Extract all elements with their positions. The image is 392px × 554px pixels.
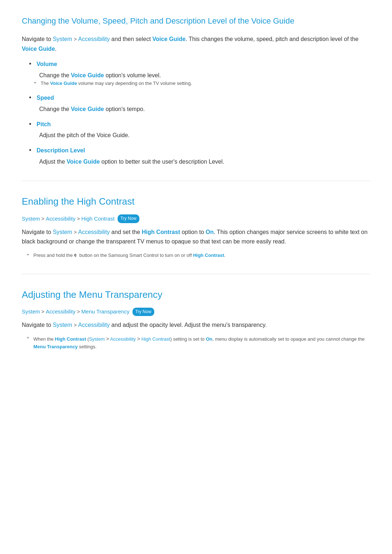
bullet-description-level: Description Level Adjust the Voice Guide… <box>29 145 370 166</box>
high-contrast-link-2[interactable]: High Contrast <box>142 229 180 235</box>
accessibility-link-6[interactable]: Accessibility <box>110 336 136 342</box>
voice-guide-link-3[interactable]: Voice Guide <box>71 72 104 78</box>
high-contrast-link-3[interactable]: High Contrast <box>193 253 224 258</box>
high-contrast-title: Enabling the High Contrast <box>22 194 370 209</box>
voice-guide-title: Changing the Volume, Speed, Pitch and De… <box>22 15 370 29</box>
voice-guide-link-4[interactable]: Voice Guide <box>50 81 77 86</box>
system-link-5[interactable]: System <box>53 322 72 328</box>
accessibility-link-4[interactable]: Accessibility <box>46 307 75 316</box>
sep-2: > <box>41 215 44 223</box>
sep-5: > <box>77 308 80 316</box>
system-link-1[interactable]: System <box>53 36 72 42</box>
description-level-label: Description Level <box>37 147 85 153</box>
system-link-3[interactable]: System <box>53 229 72 235</box>
on-text-1: On <box>206 229 214 235</box>
high-contrast-section: Enabling the High Contrast System > Acce… <box>22 181 370 259</box>
sep-4: > <box>41 308 44 316</box>
system-link-6[interactable]: System <box>89 336 105 342</box>
voice-guide-intro: Navigate to System > Accessibility and t… <box>22 34 370 54</box>
accessibility-link-2[interactable]: Accessibility <box>46 214 75 223</box>
volume-desc: Change the Voice Guide option's volume l… <box>39 71 370 80</box>
menu-transparency-title: Adjusting the Menu Transparency <box>22 287 370 303</box>
accessibility-link-1[interactable]: Accessibility <box>78 36 110 42</box>
voice-guide-link-1[interactable]: Voice Guide <box>152 36 185 42</box>
menu-transparency-body: Navigate to System > Accessibility and a… <box>22 320 370 330</box>
voice-guide-link-2[interactable]: Voice Guide <box>22 46 55 52</box>
voice-guide-link-6[interactable]: Voice Guide <box>67 159 100 165</box>
high-contrast-body: Navigate to System > Accessibility and s… <box>22 227 370 247</box>
accessibility-link-5[interactable]: Accessibility <box>78 322 110 328</box>
sep-3: > <box>77 215 80 223</box>
pitch-desc: Adjust the pitch of the Voice Guide. <box>39 131 370 140</box>
high-contrast-note: Press and hold the ¢ button on the Samsu… <box>33 252 370 259</box>
voice-guide-link-5[interactable]: Voice Guide <box>71 106 104 112</box>
bullet-pitch: Pitch Adjust the pitch of the Voice Guid… <box>29 119 370 140</box>
high-contrast-link-5[interactable]: High Contrast <box>141 336 170 342</box>
sep-1: > <box>74 36 78 42</box>
speed-desc: Change the Voice Guide option's tempo. <box>39 104 370 114</box>
volume-label: Volume <box>37 61 57 67</box>
menu-transparency-breadcrumb: System > Accessibility > Menu Transparen… <box>22 307 370 316</box>
voice-guide-bullets: Volume Change the Voice Guide option's v… <box>29 59 370 166</box>
high-contrast-link-1[interactable]: High Contrast <box>81 214 115 223</box>
try-now-badge-2[interactable]: Try Now <box>132 308 154 316</box>
menu-transparency-link-2[interactable]: Menu Transparency <box>33 344 78 349</box>
bullet-speed: Speed Change the Voice Guide option's te… <box>29 93 370 114</box>
menu-transparency-note: When the High Contrast (System > Accessi… <box>33 335 370 351</box>
on-text-2: On <box>206 336 212 342</box>
voice-guide-section: Changing the Volume, Speed, Pitch and De… <box>22 15 370 166</box>
menu-transparency-section: Adjusting the Menu Transparency System >… <box>22 274 370 351</box>
high-contrast-breadcrumb: System > Accessibility > High Contrast T… <box>22 214 370 223</box>
system-link-2[interactable]: System <box>22 214 40 223</box>
high-contrast-link-4[interactable]: High Contrast <box>55 336 86 342</box>
speed-label: Speed <box>37 95 54 101</box>
system-link-4[interactable]: System <box>22 307 40 316</box>
pitch-label: Pitch <box>37 121 51 127</box>
try-now-badge-1[interactable]: Try Now <box>118 214 139 223</box>
bullet-volume: Volume Change the Voice Guide option's v… <box>29 59 370 87</box>
menu-transparency-link-1[interactable]: Menu Transparency <box>81 307 130 316</box>
accessibility-link-3[interactable]: Accessibility <box>78 229 110 235</box>
description-level-desc: Adjust the Voice Guide option to better … <box>39 157 370 167</box>
volume-note: The Voice Guide volume may vary dependin… <box>41 80 370 87</box>
